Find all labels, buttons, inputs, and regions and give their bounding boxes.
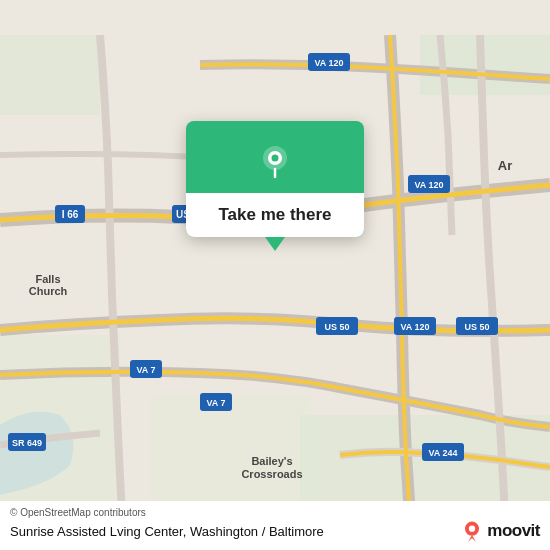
popup-button-area[interactable]: Take me there — [186, 193, 364, 237]
map-svg: I 66 US 50 VA 120 VA 120 US 50 US 50 VA … — [0, 0, 550, 550]
svg-text:VA 7: VA 7 — [206, 398, 225, 408]
svg-rect-1 — [0, 35, 100, 115]
moovit-logo: moovit — [461, 520, 540, 542]
moovit-pin-icon — [461, 520, 483, 542]
svg-text:VA 120: VA 120 — [314, 58, 343, 68]
svg-text:Crossroads: Crossroads — [241, 468, 302, 480]
svg-text:VA 244: VA 244 — [428, 448, 457, 458]
attribution-text: © OpenStreetMap contributors — [10, 507, 540, 518]
svg-text:I 66: I 66 — [62, 209, 79, 220]
location-label: Sunrise Assisted Lving Center, Washingto… — [10, 524, 461, 539]
svg-text:US 50: US 50 — [324, 322, 349, 332]
svg-rect-4 — [0, 335, 120, 515]
svg-point-35 — [272, 154, 279, 161]
svg-text:Church: Church — [29, 285, 68, 297]
location-row: Sunrise Assisted Lving Center, Washingto… — [10, 520, 540, 542]
svg-text:VA 7: VA 7 — [136, 365, 155, 375]
svg-text:SR 649: SR 649 — [12, 438, 42, 448]
svg-text:Bailey's: Bailey's — [251, 455, 292, 467]
bottom-bar: © OpenStreetMap contributors Sunrise Ass… — [0, 501, 550, 550]
svg-text:VA 120: VA 120 — [400, 322, 429, 332]
map-popup: Take me there — [186, 121, 364, 237]
take-me-there-button[interactable]: Take me there — [210, 203, 339, 227]
svg-text:VA 120: VA 120 — [414, 180, 443, 190]
location-pin-icon — [253, 139, 297, 183]
map-container: I 66 US 50 VA 120 VA 120 US 50 US 50 VA … — [0, 0, 550, 550]
svg-text:US 50: US 50 — [464, 322, 489, 332]
svg-point-37 — [469, 526, 475, 532]
moovit-brand-text: moovit — [487, 521, 540, 541]
popup-pin-area — [233, 121, 317, 193]
svg-text:Falls: Falls — [35, 273, 60, 285]
svg-text:Ar: Ar — [498, 158, 512, 173]
